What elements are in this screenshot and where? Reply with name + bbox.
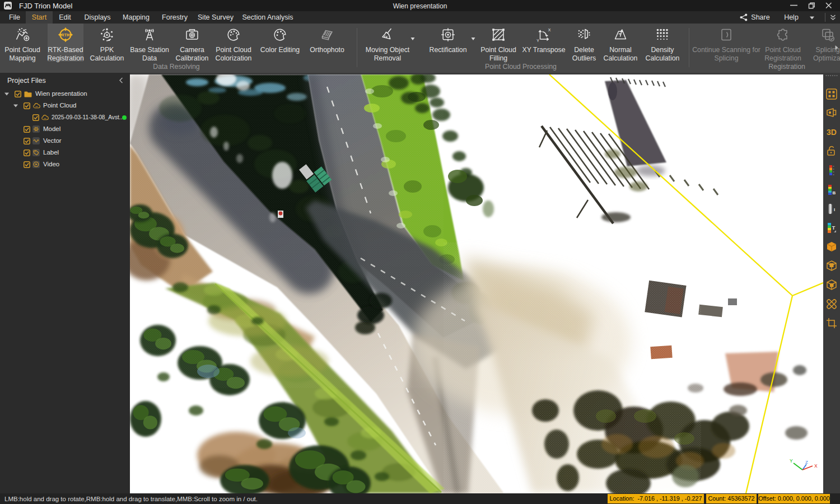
- svg-text:Y: Y: [536, 39, 539, 43]
- svg-text:3D: 3D: [827, 128, 837, 137]
- svg-text:RTK: RTK: [61, 32, 70, 38]
- svg-text:Y: Y: [790, 458, 793, 464]
- svg-text:X: X: [814, 463, 818, 469]
- svg-text:I: I: [834, 207, 835, 212]
- svg-text:Z: Z: [805, 460, 808, 465]
- svg-text:T: T: [832, 225, 836, 231]
- svg-text:B: B: [833, 190, 836, 195]
- svg-text:X: X: [548, 28, 551, 32]
